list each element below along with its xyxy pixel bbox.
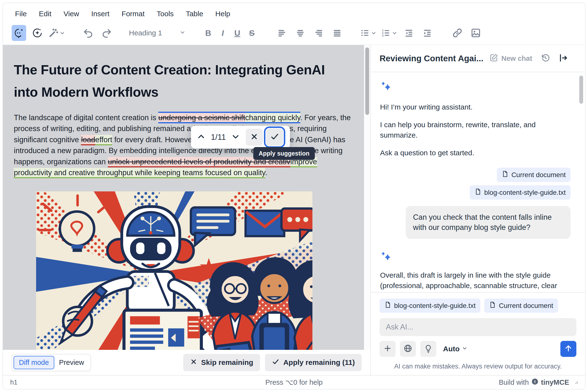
- input-chip-style-guide[interactable]: blog-content-style-guide.txt: [380, 298, 480, 313]
- editor-canvas[interactable]: The Future of Content Creation: Integrat…: [3, 45, 364, 350]
- plus-icon: [383, 344, 392, 354]
- chat-scrollbar-thumb[interactable]: [579, 76, 583, 104]
- next-suggestion-button[interactable]: [229, 130, 242, 144]
- magic-wand-button[interactable]: [49, 25, 66, 41]
- close-icon: [190, 358, 197, 367]
- numbered-list-icon: 123: [381, 28, 391, 38]
- sidebar-header: Reviewing Content Agai... New chat: [371, 45, 585, 72]
- document-icon: [502, 170, 508, 179]
- skip-remaining-button[interactable]: Skip remaining: [183, 354, 260, 371]
- paragraph-text: .: [265, 168, 267, 177]
- ai-sparkle-circle-icon: [32, 28, 43, 38]
- skip-remaining-label: Skip remaining: [201, 358, 253, 366]
- outdent-icon: [404, 28, 414, 38]
- ai-shortcuts-button[interactable]: [30, 25, 45, 41]
- resize-handle-icon[interactable]: [573, 378, 579, 386]
- editor-scrollbar[interactable]: [364, 45, 370, 350]
- branding-prefix: Build with: [499, 378, 529, 386]
- strikethrough-button[interactable]: S: [245, 25, 259, 41]
- document-icon: [474, 188, 481, 197]
- bullet-list-icon: [360, 28, 370, 38]
- align-center-button[interactable]: [293, 25, 308, 41]
- diff-added[interactable]: effort: [95, 135, 112, 145]
- link-button[interactable]: [450, 25, 465, 41]
- web-search-button[interactable]: [400, 341, 416, 357]
- new-chat-button[interactable]: New chat: [490, 53, 532, 64]
- chat-message-list[interactable]: Hi! I’m your writing assistant. I can he…: [371, 72, 585, 292]
- redo-icon: [101, 28, 112, 38]
- document-paragraph[interactable]: The landscape of digital content creatio…: [14, 112, 357, 178]
- format-select[interactable]: Heading 1: [127, 25, 188, 41]
- assistant-response: Overall, this draft is largely in line w…: [380, 270, 570, 292]
- input-chip-label: blog-content-style-guide.txt: [394, 302, 475, 310]
- ai-sparkle-icon: [380, 251, 392, 263]
- history-button[interactable]: [540, 53, 550, 64]
- chevron-down-icon: [231, 132, 240, 142]
- menu-view[interactable]: View: [64, 10, 79, 18]
- outdent-button[interactable]: [402, 25, 416, 41]
- chevron-down-icon: [59, 30, 66, 36]
- bullet-list-button[interactable]: [360, 25, 377, 41]
- document-illustration[interactable]: [36, 192, 312, 350]
- svg-text:t: t: [534, 379, 536, 384]
- menu-tools[interactable]: Tools: [157, 10, 174, 18]
- undo-button[interactable]: [81, 25, 96, 41]
- add-attachment-button[interactable]: [380, 341, 396, 357]
- diff-mode-tab[interactable]: Diff mode: [14, 356, 54, 369]
- branding[interactable]: Build with t tinyMCE: [499, 378, 579, 387]
- document-title[interactable]: The Future of Content Creation: Integrat…: [14, 59, 346, 104]
- menu-insert[interactable]: Insert: [91, 10, 110, 18]
- numbered-list-button[interactable]: 123: [381, 25, 398, 41]
- send-button[interactable]: [560, 341, 576, 357]
- image-button[interactable]: [468, 25, 483, 41]
- format-select-value: Heading 1: [129, 29, 162, 37]
- suggestion-navigator: 1/11: [191, 126, 290, 148]
- context-chip-style-guide[interactable]: blog-content-style-guide.txt: [470, 185, 570, 200]
- model-selector-value: Auto: [443, 345, 459, 353]
- reject-suggestion-button[interactable]: [246, 129, 263, 146]
- collapse-sidebar-button[interactable]: [558, 53, 568, 64]
- menu-format[interactable]: Format: [122, 10, 145, 18]
- diff-deleted[interactable]: load: [81, 135, 95, 145]
- menu-edit[interactable]: Edit: [39, 10, 51, 18]
- menu-file[interactable]: File: [15, 10, 27, 18]
- model-selector[interactable]: Auto: [443, 345, 468, 353]
- apply-suggestion-button[interactable]: [266, 129, 283, 146]
- preview-tab[interactable]: Preview: [54, 356, 89, 369]
- align-left-button[interactable]: [275, 25, 289, 41]
- indent-button[interactable]: [420, 25, 435, 41]
- underline-button[interactable]: U: [230, 25, 245, 41]
- assistant-message: I can help you brainstorm, rewrite, tran…: [380, 120, 570, 140]
- compose-icon: [490, 53, 498, 64]
- ai-chat-icon: [14, 28, 24, 38]
- menu-table[interactable]: Table: [186, 10, 203, 18]
- align-right-button[interactable]: [311, 25, 326, 41]
- justify-button[interactable]: [330, 25, 344, 41]
- ai-assistant-button[interactable]: [12, 25, 26, 41]
- redo-button[interactable]: [99, 25, 114, 41]
- align-center-icon: [295, 28, 305, 38]
- italic-button[interactable]: I: [216, 25, 230, 41]
- justify-icon: [332, 28, 342, 38]
- diff-deleted-selected[interactable]: undergoing a seismic shift: [158, 112, 245, 123]
- align-left-icon: [277, 28, 287, 38]
- ask-ai-input[interactable]: [380, 318, 576, 336]
- apply-remaining-button[interactable]: Apply remaining (11): [265, 354, 362, 371]
- previous-suggestion-button[interactable]: [194, 130, 208, 144]
- input-chip-current-document[interactable]: Current document: [484, 298, 558, 313]
- chevron-down-icon: [461, 345, 468, 353]
- bold-button[interactable]: B: [201, 25, 216, 41]
- ai-disclaimer: AI can make mistakes. Always review outp…: [380, 357, 576, 375]
- menu-help[interactable]: Help: [215, 10, 230, 18]
- chevron-down-icon: [179, 29, 186, 37]
- editor-scrollbar-thumb[interactable]: [365, 48, 369, 115]
- document-icon: [384, 302, 391, 310]
- editor-column: The Future of Content Creation: Integrat…: [3, 45, 370, 375]
- tinymce-logo-icon: t: [531, 378, 538, 387]
- ideas-button[interactable]: [420, 341, 436, 357]
- context-chip-current-document[interactable]: Current document: [497, 168, 570, 182]
- status-bar: h1 Press ⌥0 for help Build with t tinyMC…: [3, 375, 585, 389]
- check-icon: [272, 358, 279, 367]
- diff-added-selected[interactable]: changing quickly: [245, 112, 300, 123]
- tinymce-app: File Edit View Insert Format Tools Table…: [3, 2, 585, 390]
